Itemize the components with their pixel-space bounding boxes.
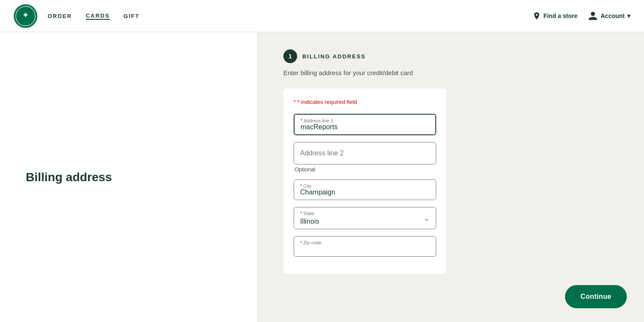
address-line2-field: Optional (294, 142, 436, 173)
header: ✦ ORDER CARDS GIFT Find a store Account … (0, 0, 644, 32)
city-label: * City (300, 183, 311, 188)
page-title: Billing address (26, 170, 112, 185)
city-field: * City (294, 179, 436, 200)
header-right: Find a store Account ▾ (532, 11, 630, 21)
account-chevron-icon: ▾ (627, 12, 630, 19)
continue-button[interactable]: Continue (565, 285, 627, 308)
main-nav: ORDER CARDS GIFT (48, 12, 532, 20)
address-line1-label: * Address line 1 (301, 118, 333, 123)
state-container[interactable]: * State Illinois California Texas New Yo… (294, 207, 436, 229)
nav-item-order[interactable]: ORDER (48, 13, 72, 19)
find-store-button[interactable]: Find a store (532, 12, 577, 20)
nav-item-cards[interactable]: CARDS (86, 12, 110, 20)
main-content: Billing address 1 BILLING ADDRESS Enter … (0, 32, 644, 322)
account-icon (588, 11, 598, 21)
zip-input[interactable] (300, 245, 430, 253)
address-line2-hint: Optional (295, 166, 436, 173)
account-label: Account (601, 12, 625, 19)
location-pin-icon (532, 12, 541, 20)
starbucks-logo[interactable]: ✦ (14, 4, 37, 28)
svg-text:✦: ✦ (23, 11, 29, 19)
find-store-label: Find a store (544, 12, 577, 19)
state-select[interactable]: Illinois California Texas New York Flori… (300, 216, 430, 225)
nav-item-gift[interactable]: GIFT (124, 13, 140, 19)
account-menu-button[interactable]: Account ▾ (588, 11, 630, 21)
zip-field: * Zip code (294, 236, 436, 257)
left-panel: Billing address (0, 32, 258, 322)
city-input[interactable] (300, 188, 430, 196)
city-container[interactable]: * City (294, 179, 436, 200)
address-line1-container[interactable]: * Address line 1 (294, 114, 436, 135)
right-panel: 1 BILLING ADDRESS Enter billing address … (258, 32, 644, 322)
section-header: 1 BILLING ADDRESS (283, 49, 618, 63)
address-line2-input[interactable] (294, 142, 436, 164)
zip-label: * Zip code (300, 240, 322, 245)
section-title: BILLING ADDRESS (302, 53, 366, 60)
state-label: * State (300, 211, 314, 216)
state-field: * State Illinois California Texas New Yo… (294, 207, 436, 229)
required-note: * * indicates required field (294, 99, 436, 105)
billing-form-card: * * indicates required field * Address l… (283, 88, 447, 274)
step-number: 1 (283, 49, 297, 63)
address-line1-field: * Address line 1 (294, 114, 436, 135)
address-line1-input[interactable] (301, 123, 429, 131)
section-subtitle: Enter billing address for your credit/de… (283, 68, 438, 78)
required-star: * (294, 99, 296, 105)
zip-container[interactable]: * Zip code (294, 236, 436, 257)
